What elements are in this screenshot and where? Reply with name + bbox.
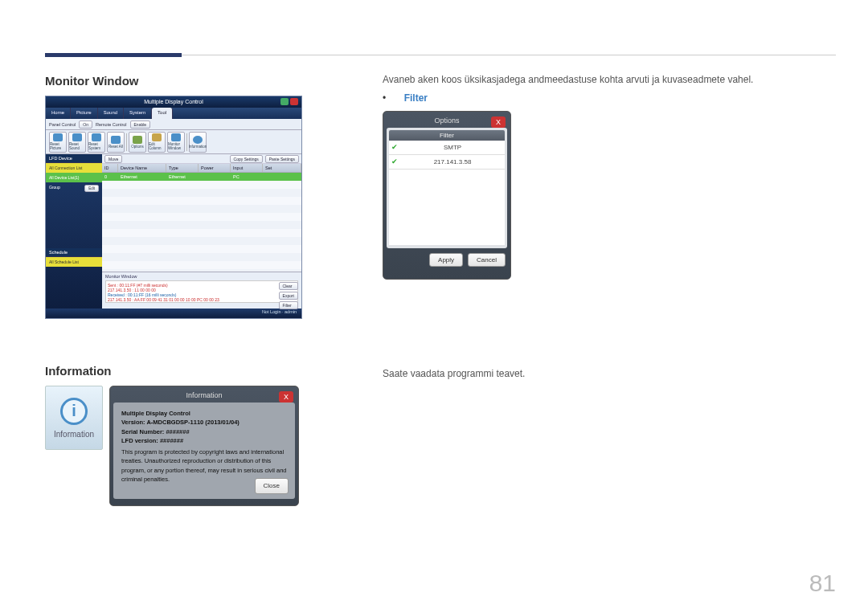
log-recv-data: 217.141.3.50 : AA FF 00 09 41 31 01 00 0… xyxy=(108,297,296,302)
sidebar-all-connection[interactable]: All Connection List xyxy=(46,163,102,173)
page-number: 81 xyxy=(809,570,836,597)
left-column: Monitor Window Multiple Display Control … xyxy=(45,74,318,506)
sidebar-group[interactable]: Group Edit xyxy=(46,182,102,192)
tab-tool[interactable]: Tool xyxy=(152,108,173,119)
information-tile-label: Information xyxy=(54,430,94,439)
monitor-log: Sent : 00:11:FF (#7 milli seconds) 217.1… xyxy=(105,280,298,303)
paste-settings-button[interactable]: Paste Settings xyxy=(265,155,299,163)
information-tile[interactable]: i Information xyxy=(45,386,103,450)
mdc-titlebar: Multiple Display Control xyxy=(46,96,301,108)
info-icon: i xyxy=(60,398,88,425)
filter-label: Filter xyxy=(404,92,428,104)
remote-control-select[interactable]: Enable xyxy=(130,121,151,129)
close-icon[interactable]: X xyxy=(491,116,506,128)
tab-home[interactable]: Home xyxy=(46,108,71,119)
info-app-name: Multiple Display Control xyxy=(121,409,287,418)
reset-picture-button[interactable]: Reset Picture xyxy=(49,132,67,153)
mdc-title: Multiple Display Control xyxy=(144,99,203,104)
filter-column-header: Filter xyxy=(389,130,505,141)
close-icon[interactable] xyxy=(290,98,298,105)
cancel-button[interactable]: Cancel xyxy=(468,253,506,267)
mdc-subbar: Panel Control On Remote Control Enable xyxy=(46,119,301,130)
options-button[interactable]: Options xyxy=(129,132,146,153)
edit-button[interactable]: Edit xyxy=(84,185,99,192)
apply-button[interactable]: Apply xyxy=(429,253,463,267)
check-icon[interactable]: ✔ xyxy=(389,143,400,153)
panel-control-select[interactable]: On xyxy=(79,121,92,129)
check-icon[interactable]: ✔ xyxy=(389,157,400,167)
info-version: Version: A-MDCBGDSP-1110 (2013/01/04) xyxy=(121,418,287,427)
edit-column-button[interactable]: Edit Column xyxy=(148,132,166,153)
header-accent xyxy=(45,53,182,57)
tab-sound[interactable]: Sound xyxy=(98,108,124,119)
toolbar-separator xyxy=(186,133,187,151)
information-button[interactable]: Information xyxy=(189,132,207,153)
information-description: Saate vaadata programmi teavet. xyxy=(383,368,836,379)
copy-settings-button[interactable]: Copy Settings xyxy=(230,155,263,163)
mdc-main: Move Copy Settings Paste Settings ID Dev… xyxy=(102,154,301,309)
mdc-toolbar: Reset Picture Reset Sound Reset System R… xyxy=(46,130,301,154)
close-button[interactable]: Close xyxy=(255,478,289,494)
sidebar-all-device[interactable]: All Device List(1) xyxy=(46,173,102,182)
information-dialog: Information X Multiple Display Control V… xyxy=(109,386,299,506)
filter-dialog-title: Options xyxy=(387,115,507,128)
monitor-pane-title: Monitor Window xyxy=(105,274,298,279)
mdc-tabs: Home Picture Sound System Tool xyxy=(46,108,301,119)
sidebar-all-schedule[interactable]: All Schedule List xyxy=(46,257,102,267)
filter-empty-area xyxy=(389,170,505,245)
minimize-icon[interactable] xyxy=(280,98,289,105)
remote-control-label: Remote Control xyxy=(96,122,127,127)
monitor-window-description: Avaneb aken koos üksikasjadega andmeedas… xyxy=(383,74,836,85)
main-toolbar: Move Copy Settings Paste Settings xyxy=(102,154,301,164)
reset-system-button[interactable]: Reset System xyxy=(88,132,105,153)
grid-empty-area xyxy=(102,181,301,272)
sidebar-schedule-header: Schedule xyxy=(46,248,102,257)
toolbar-separator xyxy=(126,133,127,151)
info-lfd-version: LFD version: ####### xyxy=(121,436,287,445)
panel-control-label: Panel Control xyxy=(49,122,76,127)
clear-button[interactable]: Clear xyxy=(279,282,298,290)
reset-sound-button[interactable]: Reset Sound xyxy=(68,132,86,153)
filter-row-smtp[interactable]: ✔ SMTP xyxy=(389,141,505,155)
export-button[interactable]: Export xyxy=(279,292,298,300)
table-row[interactable]: 0 Ethernet Ethernet PC xyxy=(102,173,301,181)
document-page: Monitor Window Multiple Display Control … xyxy=(0,0,868,613)
filter-value: 217.141.3.58 xyxy=(400,158,505,166)
heading-information: Information xyxy=(45,364,318,378)
sidebar-lfd-header: LFD Device xyxy=(46,154,102,163)
info-dialog-title: Information xyxy=(113,390,295,403)
info-serial: Serial Number: ####### xyxy=(121,427,287,436)
mdc-app-window: Multiple Display Control Home Picture So… xyxy=(45,96,302,319)
bullet-icon: • xyxy=(383,92,386,104)
tab-system[interactable]: System xyxy=(124,108,152,119)
heading-monitor-window: Monitor Window xyxy=(45,74,318,88)
mdc-sidebar: LFD Device All Connection List All Devic… xyxy=(46,154,102,309)
grid-header: ID Device Name Type Power Input Set xyxy=(102,164,301,173)
right-column: Avaneb aken koos üksikasjadega andmeedas… xyxy=(383,74,836,506)
move-button[interactable]: Move xyxy=(104,155,122,163)
filter-button[interactable]: Filter xyxy=(279,301,298,309)
tab-picture[interactable]: Picture xyxy=(71,108,98,119)
close-icon[interactable]: X xyxy=(279,391,293,403)
reset-all-button[interactable]: Reset All xyxy=(107,132,125,153)
monitor-window-pane: Monitor Window Sent : 00:11:FF (#7 milli… xyxy=(102,272,301,309)
filter-row-ip[interactable]: ✔ 217.141.3.58 xyxy=(389,155,505,170)
filter-dialog: Options X Filter ✔ SMTP ✔ 217.141.3.58 A… xyxy=(383,111,511,280)
filter-value: SMTP xyxy=(400,144,505,151)
mdc-footer: Not Login · admin xyxy=(46,309,301,318)
filter-bullet: • Filter xyxy=(383,90,836,104)
monitor-window-button[interactable]: Monitor Window xyxy=(167,132,185,153)
